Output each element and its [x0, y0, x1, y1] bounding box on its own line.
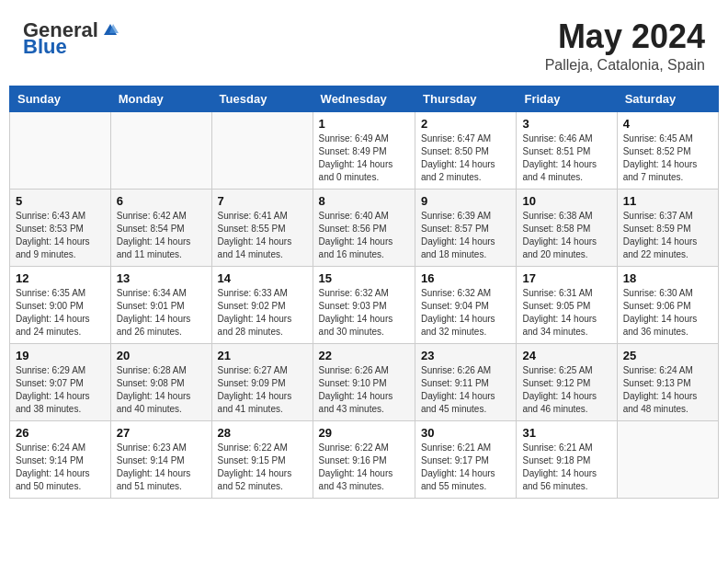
day-number: 21 — [218, 349, 307, 362]
day-info: Sunrise: 6:41 AM Sunset: 8:55 PM Dayligh… — [218, 210, 307, 261]
day-info: Sunrise: 6:42 AM Sunset: 8:54 PM Dayligh… — [117, 210, 206, 261]
day-number: 19 — [16, 349, 105, 362]
day-info: Sunrise: 6:45 AM Sunset: 8:52 PM Dayligh… — [623, 132, 712, 184]
day-info: Sunrise: 6:38 AM Sunset: 8:58 PM Dayligh… — [522, 210, 610, 261]
day-info: Sunrise: 6:32 AM Sunset: 9:04 PM Dayligh… — [421, 287, 510, 339]
calendar-cell: 13Sunrise: 6:34 AM Sunset: 9:01 PM Dayli… — [110, 266, 211, 343]
day-number: 1 — [319, 117, 409, 131]
calendar-header-row: SundayMondayTuesdayWednesdayThursdayFrid… — [10, 86, 719, 111]
day-info: Sunrise: 6:35 AM Sunset: 9:00 PM Dayligh… — [16, 287, 105, 339]
day-number: 11 — [623, 194, 712, 208]
day-number: 25 — [623, 349, 712, 362]
day-number: 22 — [319, 349, 409, 362]
calendar-cell — [211, 111, 313, 189]
day-number: 18 — [623, 271, 712, 285]
calendar-cell: 22Sunrise: 6:26 AM Sunset: 9:10 PM Dayli… — [313, 343, 415, 420]
day-info: Sunrise: 6:37 AM Sunset: 8:59 PM Dayligh… — [623, 210, 712, 261]
calendar-day-header: Saturday — [617, 86, 718, 111]
calendar-week-row: 19Sunrise: 6:29 AM Sunset: 9:07 PM Dayli… — [10, 343, 719, 420]
calendar-table: SundayMondayTuesdayWednesdayThursdayFrid… — [9, 86, 719, 499]
day-info: Sunrise: 6:47 AM Sunset: 8:50 PM Dayligh… — [421, 132, 510, 184]
calendar-cell: 8Sunrise: 6:40 AM Sunset: 8:56 PM Daylig… — [313, 189, 415, 266]
calendar-cell: 23Sunrise: 6:26 AM Sunset: 9:11 PM Dayli… — [415, 343, 517, 420]
calendar-week-row: 1Sunrise: 6:49 AM Sunset: 8:49 PM Daylig… — [10, 111, 719, 189]
day-info: Sunrise: 6:25 AM Sunset: 9:12 PM Dayligh… — [522, 364, 610, 416]
calendar-cell: 19Sunrise: 6:29 AM Sunset: 9:07 PM Dayli… — [10, 343, 111, 420]
logo-blue-text: Blue — [23, 35, 67, 59]
day-number: 23 — [421, 349, 510, 362]
page-header: General Blue May 2024 Palleja, Catalonia… — [9, 9, 719, 78]
calendar-cell: 17Sunrise: 6:31 AM Sunset: 9:05 PM Dayli… — [517, 266, 617, 343]
day-number: 12 — [16, 271, 105, 285]
day-number: 31 — [522, 426, 610, 440]
calendar-cell: 10Sunrise: 6:38 AM Sunset: 8:58 PM Dayli… — [517, 189, 617, 266]
day-number: 24 — [522, 349, 610, 362]
calendar-cell: 14Sunrise: 6:33 AM Sunset: 9:02 PM Dayli… — [211, 266, 313, 343]
calendar-cell — [10, 111, 111, 189]
day-info: Sunrise: 6:30 AM Sunset: 9:06 PM Dayligh… — [623, 287, 712, 339]
calendar-cell: 31Sunrise: 6:21 AM Sunset: 9:18 PM Dayli… — [517, 420, 617, 498]
calendar-day-header: Monday — [110, 86, 211, 111]
day-info: Sunrise: 6:21 AM Sunset: 9:17 PM Dayligh… — [421, 442, 510, 493]
calendar-cell: 2Sunrise: 6:47 AM Sunset: 8:50 PM Daylig… — [415, 111, 517, 189]
calendar-cell: 9Sunrise: 6:39 AM Sunset: 8:57 PM Daylig… — [415, 189, 517, 266]
day-number: 26 — [16, 426, 105, 440]
day-info: Sunrise: 6:21 AM Sunset: 9:18 PM Dayligh… — [522, 442, 610, 493]
calendar-cell: 12Sunrise: 6:35 AM Sunset: 9:00 PM Dayli… — [10, 266, 111, 343]
day-info: Sunrise: 6:39 AM Sunset: 8:57 PM Dayligh… — [421, 210, 510, 261]
day-info: Sunrise: 6:33 AM Sunset: 9:02 PM Dayligh… — [218, 287, 307, 339]
calendar-day-header: Wednesday — [313, 86, 415, 111]
calendar-cell: 16Sunrise: 6:32 AM Sunset: 9:04 PM Dayli… — [415, 266, 517, 343]
calendar-cell: 7Sunrise: 6:41 AM Sunset: 8:55 PM Daylig… — [211, 189, 313, 266]
day-number: 16 — [421, 271, 510, 285]
calendar-week-row: 12Sunrise: 6:35 AM Sunset: 9:00 PM Dayli… — [10, 266, 719, 343]
day-number: 29 — [319, 426, 409, 440]
day-info: Sunrise: 6:29 AM Sunset: 9:07 PM Dayligh… — [16, 364, 105, 416]
calendar-day-header: Tuesday — [211, 86, 313, 111]
day-info: Sunrise: 6:34 AM Sunset: 9:01 PM Dayligh… — [117, 287, 206, 339]
calendar-cell: 30Sunrise: 6:21 AM Sunset: 9:17 PM Dayli… — [415, 420, 517, 498]
day-info: Sunrise: 6:46 AM Sunset: 8:51 PM Dayligh… — [522, 132, 610, 184]
day-info: Sunrise: 6:26 AM Sunset: 9:11 PM Dayligh… — [421, 364, 510, 416]
logo-icon — [102, 22, 119, 39]
day-number: 15 — [319, 271, 409, 285]
calendar-cell: 11Sunrise: 6:37 AM Sunset: 8:59 PM Dayli… — [617, 189, 718, 266]
day-info: Sunrise: 6:43 AM Sunset: 8:53 PM Dayligh… — [16, 210, 105, 261]
calendar-cell — [617, 420, 718, 498]
calendar-week-row: 26Sunrise: 6:24 AM Sunset: 9:14 PM Dayli… — [10, 420, 719, 498]
day-number: 8 — [319, 194, 409, 208]
calendar-cell: 4Sunrise: 6:45 AM Sunset: 8:52 PM Daylig… — [617, 111, 718, 189]
day-number: 30 — [421, 426, 510, 440]
day-info: Sunrise: 6:40 AM Sunset: 8:56 PM Dayligh… — [319, 210, 409, 261]
day-info: Sunrise: 6:24 AM Sunset: 9:13 PM Dayligh… — [623, 364, 712, 416]
day-number: 7 — [218, 194, 307, 208]
calendar-day-header: Thursday — [415, 86, 517, 111]
month-title: May 2024 — [545, 18, 705, 55]
day-number: 2 — [421, 117, 510, 131]
calendar-day-header: Friday — [517, 86, 617, 111]
day-number: 9 — [421, 194, 510, 208]
calendar-cell: 28Sunrise: 6:22 AM Sunset: 9:15 PM Dayli… — [211, 420, 313, 498]
calendar-cell: 21Sunrise: 6:27 AM Sunset: 9:09 PM Dayli… — [211, 343, 313, 420]
calendar-cell: 24Sunrise: 6:25 AM Sunset: 9:12 PM Dayli… — [517, 343, 617, 420]
calendar-cell: 5Sunrise: 6:43 AM Sunset: 8:53 PM Daylig… — [10, 189, 111, 266]
location: Palleja, Catalonia, Spain — [545, 57, 705, 74]
day-number: 17 — [522, 271, 610, 285]
calendar-cell: 20Sunrise: 6:28 AM Sunset: 9:08 PM Dayli… — [110, 343, 211, 420]
day-number: 13 — [117, 271, 206, 285]
day-number: 20 — [117, 349, 206, 362]
day-number: 3 — [522, 117, 610, 131]
day-number: 6 — [117, 194, 206, 208]
calendar-cell: 1Sunrise: 6:49 AM Sunset: 8:49 PM Daylig… — [313, 111, 415, 189]
day-number: 5 — [16, 194, 105, 208]
day-number: 14 — [218, 271, 307, 285]
day-number: 28 — [218, 426, 307, 440]
day-info: Sunrise: 6:32 AM Sunset: 9:03 PM Dayligh… — [319, 287, 409, 339]
day-info: Sunrise: 6:27 AM Sunset: 9:09 PM Dayligh… — [218, 364, 307, 416]
day-number: 10 — [522, 194, 610, 208]
calendar-cell: 29Sunrise: 6:22 AM Sunset: 9:16 PM Dayli… — [313, 420, 415, 498]
day-info: Sunrise: 6:28 AM Sunset: 9:08 PM Dayligh… — [117, 364, 206, 416]
logo: General Blue — [23, 18, 119, 59]
day-number: 27 — [117, 426, 206, 440]
day-info: Sunrise: 6:24 AM Sunset: 9:14 PM Dayligh… — [16, 442, 105, 493]
